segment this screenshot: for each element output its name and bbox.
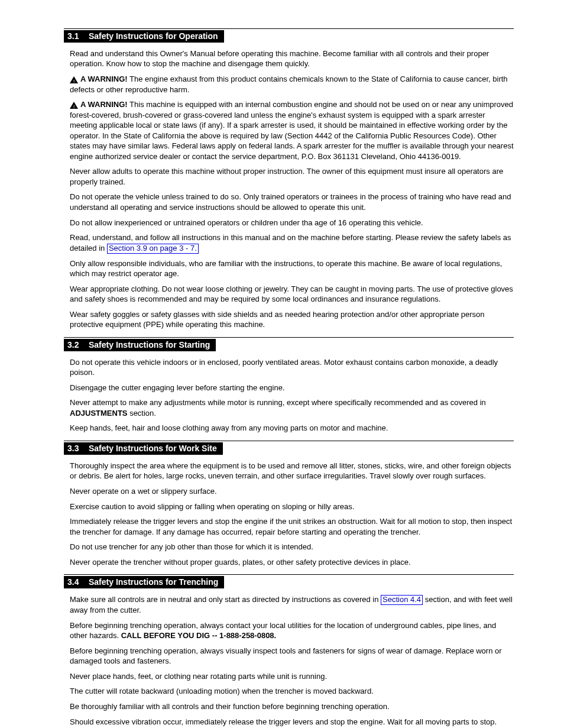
section-3-2: 3.2 Safety Instructions for Starting Do …: [64, 337, 514, 433]
section-header: 3.1 Safety Instructions for Operation: [64, 30, 514, 43]
section-title: Safety Instructions for Work Site: [86, 442, 223, 455]
warning-label: A WARNING!: [80, 100, 128, 109]
para: Wear safety goggles or safety glasses wi…: [70, 309, 514, 330]
warning-icon: !: [70, 76, 78, 83]
section-number: 3.1: [64, 30, 86, 43]
section-3-3: 3.3 Safety Instructions for Work Site Th…: [64, 441, 514, 567]
para: Should excessive vibration occur, immedi…: [70, 717, 514, 729]
rule: [64, 337, 514, 338]
rule: [64, 574, 514, 575]
warning-label: A WARNING!: [80, 75, 128, 83]
section-3-1: 3.1 Safety Instructions for Operation Re…: [64, 28, 514, 330]
para: Never allow adults to operate this machi…: [70, 166, 514, 187]
section-body: Make sure all controls are in neutral an…: [64, 594, 514, 728]
warning-icon: !: [70, 102, 78, 109]
para-text: section.: [128, 409, 156, 418]
para: Do not allow inexperienced or untrained …: [70, 218, 514, 228]
cross-ref-link[interactable]: Section 4.4: [381, 595, 423, 605]
para-text: Make sure all controls are in neutral an…: [70, 595, 381, 604]
section-number: 3.2: [64, 339, 86, 351]
para: Keep hands, feet, hair and loose clothin…: [70, 423, 514, 433]
section-body: Thoroughly inspect the area where the eq…: [64, 461, 514, 567]
section-header: 3.2 Safety Instructions for Starting: [64, 339, 514, 351]
section-title: Safety Instructions for Starting: [86, 339, 216, 351]
section-number: 3.3: [64, 442, 86, 455]
para: Do not use trencher for any job other th…: [70, 542, 514, 552]
para: The cutter will rotate backward (unloadi…: [70, 686, 514, 697]
warning-text: The engine exhaust from this product con…: [70, 75, 508, 94]
para: Do not operate the vehicle unless traine…: [70, 192, 514, 212]
para: Never operate the trencher without prope…: [70, 557, 514, 568]
para: Make sure all controls are in neutral an…: [70, 594, 514, 615]
para: Read, understand, and follow all instruc…: [70, 232, 514, 253]
warning-2: ! A WARNING! This machine is equipped wi…: [70, 99, 514, 161]
para: Immediately release the trigger levers a…: [70, 516, 514, 537]
section-header: 3.3 Safety Instructions for Work Site: [64, 442, 514, 455]
para: Never attempt to make any adjustments wh…: [70, 397, 514, 418]
section-header: 3.4 Safety Instructions for Trenching: [64, 576, 514, 588]
emphasis: ADJUSTMENTS: [70, 409, 128, 418]
para: Before beginning trenching operation, al…: [70, 646, 514, 666]
section-body: Read and understand this Owner's Manual …: [64, 48, 514, 330]
para: Never place hands, feet, or clothing nea…: [70, 671, 514, 682]
rule: [64, 28, 514, 29]
section-body: Do not operate this vehicle indoors or i…: [64, 357, 514, 433]
cross-ref-link[interactable]: Section 3.9 on page 3 - 7.: [107, 244, 199, 254]
svg-text:!: !: [73, 103, 74, 109]
para: Only allow responsible individuals, who …: [70, 258, 514, 279]
para: Read and understand this Owner's Manual …: [70, 48, 514, 69]
section-number: 3.4: [64, 576, 86, 588]
para: Never operate on a wet or slippery surfa…: [70, 486, 514, 497]
emphasis: CALL BEFORE YOU DIG -- 1-888-258-0808.: [121, 631, 277, 640]
warning-text: This machine is equipped with an interna…: [70, 100, 514, 161]
para: Wear appropriate clothing. Do not wear l…: [70, 284, 514, 305]
section-title: Safety Instructions for Trenching: [86, 576, 224, 588]
para: Be thoroughly familiar with all controls…: [70, 701, 514, 712]
para: Before beginning trenching operation, al…: [70, 620, 514, 641]
svg-text:!: !: [73, 78, 74, 83]
warning-1: ! A WARNING! The engine exhaust from thi…: [70, 74, 514, 95]
para: Exercise caution to avoid slipping or fa…: [70, 501, 514, 512]
rule: [64, 441, 514, 441]
section-3-4: 3.4 Safety Instructions for Trenching Ma…: [64, 574, 514, 728]
para: Do not operate this vehicle indoors or i…: [70, 357, 514, 378]
para: Thoroughly inspect the area where the eq…: [70, 461, 514, 481]
para-text: Never attempt to make any adjustments wh…: [70, 398, 486, 407]
section-title: Safety Instructions for Operation: [86, 30, 224, 43]
para: Disengage the cutter engaging lever befo…: [70, 383, 514, 393]
